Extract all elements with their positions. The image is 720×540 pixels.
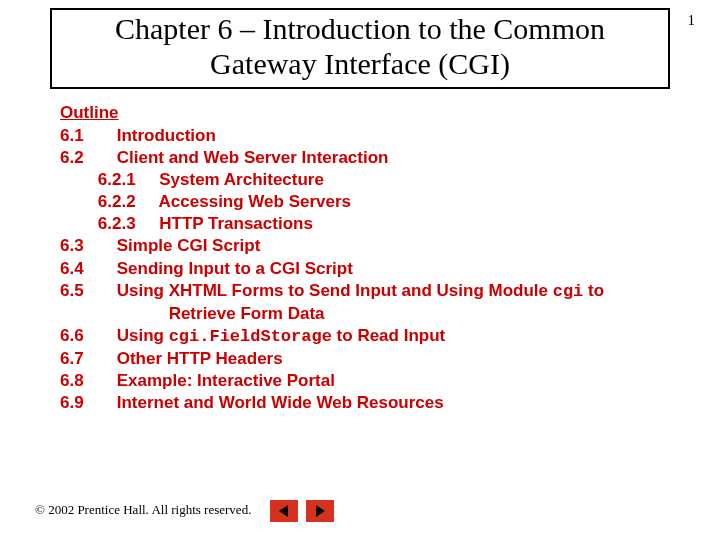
copyright-text: © 2002 Prentice Hall. All rights reserve… [35,502,251,518]
outline-heading: Outline [60,103,720,123]
next-arrow-icon [313,504,327,518]
outline-item: 6.2.2 Accessing Web Servers [60,191,720,213]
outline-item: 6.5 Using XHTML Forms to Send Input and … [60,280,720,303]
outline-item: 6.7 Other HTTP Headers [60,348,720,370]
outline-item: 6.2.1 System Architecture [60,169,720,191]
outline-item: 6.2.3 HTTP Transactions [60,213,720,235]
prev-arrow-icon [277,504,291,518]
prev-button[interactable] [270,500,298,522]
next-button[interactable] [306,500,334,522]
outline-item: 6.1 Introduction [60,125,720,147]
nav-buttons [270,500,334,522]
svg-marker-1 [316,505,325,517]
outline-item: 6.4 Sending Input to a CGI Script [60,258,720,280]
title-box: Chapter 6 – Introduction to the Common G… [50,8,670,89]
outline-item: 6.8 Example: Interactive Portal [60,370,720,392]
outline-item: 6.6 Using cgi.FieldStorage to Read Input [60,325,720,348]
outline-item: 6.3 Simple CGI Script [60,235,720,257]
outline: Outline 6.1 Introduction6.2 Client and W… [60,103,720,414]
outline-item: 6.2 Client and Web Server Interaction [60,147,720,169]
svg-marker-0 [279,505,288,517]
page-number: 1 [688,12,696,29]
outline-item-continuation: Retrieve Form Data [60,303,720,325]
outline-item: 6.9 Internet and World Wide Web Resource… [60,392,720,414]
chapter-title: Chapter 6 – Introduction to the Common G… [72,12,648,81]
